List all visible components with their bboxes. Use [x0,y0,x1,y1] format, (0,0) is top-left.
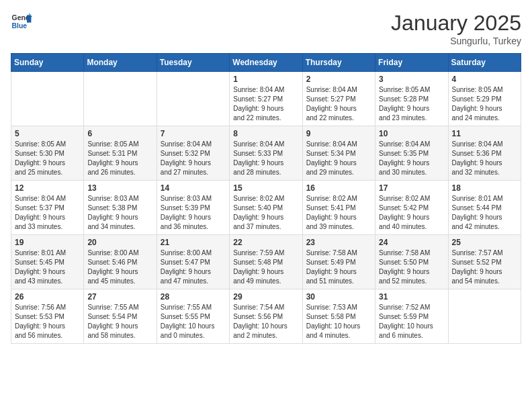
logo: General Blue [11,11,32,32]
day-number: 31 [379,292,444,302]
day-header-monday: Monday [84,54,157,72]
day-info: Sunrise: 7:56 AM Sunset: 5:53 PM Dayligh… [15,303,80,340]
day-header-saturday: Saturday [448,54,521,72]
svg-marker-2 [27,15,31,22]
day-number: 14 [161,183,226,193]
calendar-cell: 7Sunrise: 8:04 AM Sunset: 5:32 PM Daylig… [157,126,229,181]
day-number: 19 [15,238,80,247]
day-info: Sunrise: 7:59 AM Sunset: 5:48 PM Dayligh… [233,248,298,286]
calendar-cell: 9Sunrise: 8:04 AM Sunset: 5:34 PM Daylig… [302,126,375,181]
calendar-cell: 17Sunrise: 8:02 AM Sunset: 5:42 PM Dayli… [375,181,448,235]
page-header: General Blue January 2025 Sungurlu, Turk… [11,11,521,46]
day-info: Sunrise: 8:04 AM Sunset: 5:33 PM Dayligh… [233,140,298,177]
day-info: Sunrise: 8:04 AM Sunset: 5:32 PM Dayligh… [161,140,226,177]
calendar-cell: 5Sunrise: 8:05 AM Sunset: 5:30 PM Daylig… [11,126,84,181]
calendar-cell: 21Sunrise: 8:00 AM Sunset: 5:47 PM Dayli… [157,235,229,289]
day-info: Sunrise: 8:02 AM Sunset: 5:42 PM Dayligh… [379,194,444,232]
calendar-week-1: 1Sunrise: 8:04 AM Sunset: 5:27 PM Daylig… [11,72,521,126]
calendar-cell: 6Sunrise: 8:05 AM Sunset: 5:31 PM Daylig… [84,126,157,181]
day-number: 16 [306,183,371,193]
day-number: 1 [233,75,298,84]
day-info: Sunrise: 7:55 AM Sunset: 5:55 PM Dayligh… [161,303,226,340]
day-info: Sunrise: 7:54 AM Sunset: 5:56 PM Dayligh… [233,303,298,340]
calendar-cell: 23Sunrise: 7:58 AM Sunset: 5:49 PM Dayli… [302,235,375,289]
day-info: Sunrise: 8:04 AM Sunset: 5:27 PM Dayligh… [233,85,298,123]
day-info: Sunrise: 8:05 AM Sunset: 5:31 PM Dayligh… [87,140,152,177]
day-info: Sunrise: 7:57 AM Sunset: 5:52 PM Dayligh… [452,248,517,286]
day-number: 2 [306,75,371,84]
calendar-cell [157,72,229,126]
calendar-week-5: 26Sunrise: 7:56 AM Sunset: 5:53 PM Dayli… [11,289,521,344]
day-number: 15 [233,183,298,193]
day-number: 24 [379,238,444,247]
day-number: 29 [233,292,298,302]
calendar-cell: 13Sunrise: 8:03 AM Sunset: 5:38 PM Dayli… [84,181,157,235]
calendar-cell: 18Sunrise: 8:01 AM Sunset: 5:44 PM Dayli… [448,181,521,235]
day-info: Sunrise: 7:53 AM Sunset: 5:58 PM Dayligh… [306,303,371,340]
day-info: Sunrise: 8:04 AM Sunset: 5:37 PM Dayligh… [15,194,80,232]
calendar-cell: 10Sunrise: 8:04 AM Sunset: 5:35 PM Dayli… [375,126,448,181]
calendar-cell: 16Sunrise: 8:02 AM Sunset: 5:41 PM Dayli… [302,181,375,235]
location-title: Sungurlu, Turkey [391,36,521,46]
calendar-cell: 14Sunrise: 8:03 AM Sunset: 5:39 PM Dayli… [157,181,229,235]
day-info: Sunrise: 8:00 AM Sunset: 5:46 PM Dayligh… [87,248,152,286]
day-info: Sunrise: 8:05 AM Sunset: 5:28 PM Dayligh… [379,85,444,123]
calendar-cell: 26Sunrise: 7:56 AM Sunset: 5:53 PM Dayli… [11,289,84,344]
calendar-cell: 2Sunrise: 8:04 AM Sunset: 5:27 PM Daylig… [302,72,375,126]
calendar-cell: 24Sunrise: 7:58 AM Sunset: 5:50 PM Dayli… [375,235,448,289]
calendar-cell: 4Sunrise: 8:05 AM Sunset: 5:29 PM Daylig… [448,72,521,126]
calendar-cell: 25Sunrise: 7:57 AM Sunset: 5:52 PM Dayli… [448,235,521,289]
day-header-thursday: Thursday [302,54,375,72]
day-info: Sunrise: 8:03 AM Sunset: 5:39 PM Dayligh… [161,194,226,232]
day-info: Sunrise: 8:02 AM Sunset: 5:40 PM Dayligh… [233,194,298,232]
day-number: 13 [87,183,152,193]
calendar-cell: 20Sunrise: 8:00 AM Sunset: 5:46 PM Dayli… [84,235,157,289]
calendar-cell: 29Sunrise: 7:54 AM Sunset: 5:56 PM Dayli… [230,289,302,344]
calendar-cell: 30Sunrise: 7:53 AM Sunset: 5:58 PM Dayli… [302,289,375,344]
day-number: 26 [15,292,80,302]
calendar-header-row: SundayMondayTuesdayWednesdayThursdayFrid… [11,54,521,72]
day-info: Sunrise: 8:02 AM Sunset: 5:41 PM Dayligh… [306,194,371,232]
day-info: Sunrise: 8:03 AM Sunset: 5:38 PM Dayligh… [87,194,152,232]
day-info: Sunrise: 7:52 AM Sunset: 5:59 PM Dayligh… [379,303,444,340]
svg-text:Blue: Blue [12,22,28,30]
calendar-cell [84,72,157,126]
day-number: 9 [306,129,371,138]
day-number: 23 [306,238,371,247]
day-number: 28 [161,292,226,302]
calendar-cell: 1Sunrise: 8:04 AM Sunset: 5:27 PM Daylig… [230,72,302,126]
calendar-cell: 27Sunrise: 7:55 AM Sunset: 5:54 PM Dayli… [84,289,157,344]
day-number: 7 [161,129,226,138]
day-info: Sunrise: 8:04 AM Sunset: 5:34 PM Dayligh… [306,140,371,177]
day-number: 20 [87,238,152,247]
calendar-cell [11,72,84,126]
day-number: 6 [87,129,152,138]
calendar-cell [448,289,521,344]
day-info: Sunrise: 7:55 AM Sunset: 5:54 PM Dayligh… [87,303,152,340]
month-title: January 2025 [391,11,521,36]
calendar-cell: 8Sunrise: 8:04 AM Sunset: 5:33 PM Daylig… [230,126,302,181]
day-info: Sunrise: 8:05 AM Sunset: 5:29 PM Dayligh… [452,85,517,123]
day-number: 25 [452,238,517,247]
day-number: 12 [15,183,80,193]
day-number: 21 [161,238,226,247]
calendar-cell: 3Sunrise: 8:05 AM Sunset: 5:28 PM Daylig… [375,72,448,126]
day-number: 30 [306,292,371,302]
calendar-cell: 22Sunrise: 7:59 AM Sunset: 5:48 PM Dayli… [230,235,302,289]
day-header-wednesday: Wednesday [230,54,302,72]
calendar-cell: 11Sunrise: 8:04 AM Sunset: 5:36 PM Dayli… [448,126,521,181]
day-number: 5 [15,129,80,138]
day-number: 3 [379,75,444,84]
calendar-cell: 19Sunrise: 8:01 AM Sunset: 5:45 PM Dayli… [11,235,84,289]
calendar-cell: 15Sunrise: 8:02 AM Sunset: 5:40 PM Dayli… [230,181,302,235]
day-number: 17 [379,183,444,193]
calendar-week-3: 12Sunrise: 8:04 AM Sunset: 5:37 PM Dayli… [11,181,521,235]
day-header-tuesday: Tuesday [157,54,229,72]
day-number: 22 [233,238,298,247]
day-info: Sunrise: 8:04 AM Sunset: 5:35 PM Dayligh… [379,140,444,177]
logo-icon: General Blue [11,11,32,32]
day-header-friday: Friday [375,54,448,72]
day-number: 11 [452,129,517,138]
day-info: Sunrise: 8:01 AM Sunset: 5:44 PM Dayligh… [452,194,517,232]
day-number: 8 [233,129,298,138]
